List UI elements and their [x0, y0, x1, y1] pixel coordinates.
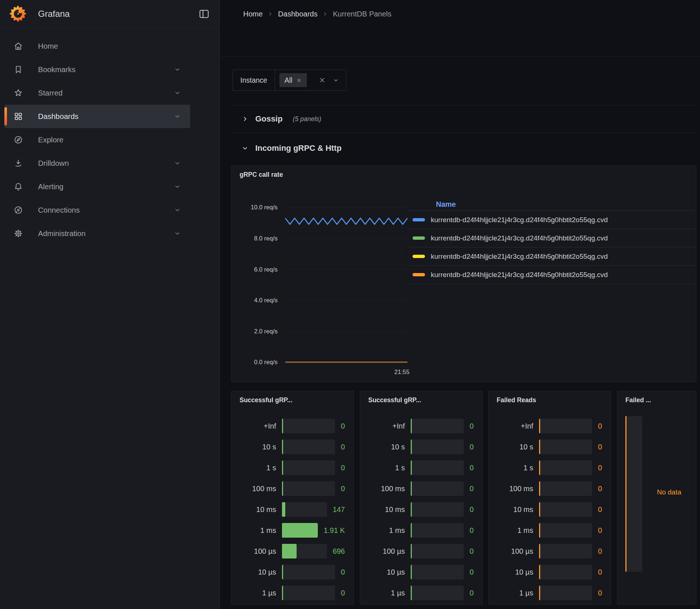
bucket-label: 100 µs [496, 547, 539, 556]
sidebar-item-bookmarks[interactable]: Bookmarks [4, 58, 190, 81]
instance-filter-value[interactable]: All [275, 70, 346, 90]
y-axis-tick: 10.0 req/s [234, 203, 278, 211]
gauge-value: 0 [470, 547, 474, 556]
panel-left-icon[interactable] [198, 8, 210, 20]
gauge-track [411, 481, 464, 496]
gauge-value: 696 [333, 547, 345, 556]
gauge-row-1µs: 1 µs0 [239, 586, 345, 600]
sidebar-item-dashboards[interactable]: Dashboards [4, 105, 190, 128]
gauge-zero-line [282, 586, 283, 600]
panel-title[interactable]: Failed ... [625, 396, 651, 404]
legend-item[interactable]: kurrentdb-d24f4hljjcle21j4r3cg.d24f4h5g0… [407, 210, 696, 229]
breadcrumb-item[interactable]: KurrentDB Panels [333, 10, 391, 18]
home-icon [13, 41, 23, 51]
no-data-label: No data [645, 488, 693, 496]
chevron-down-icon[interactable] [173, 229, 181, 238]
bucket-label: 10 ms [368, 505, 411, 514]
gauge-track [282, 419, 335, 433]
gauge-track [539, 565, 592, 579]
filter-tag-all[interactable]: All [279, 73, 307, 87]
gauge-zero-line [539, 523, 540, 538]
sidebar-item-label: Administration [38, 229, 86, 238]
sidebar-item-connections[interactable]: Connections [4, 198, 190, 222]
gauge-row-+Inf: +Inf0 [496, 419, 602, 433]
chevron-down-icon[interactable] [173, 66, 181, 74]
gauge-zero-line [282, 440, 283, 454]
legend-item[interactable]: kurrentdb-d24f4hljjcle21j4r3cg.d24f4h5g0… [407, 247, 696, 265]
clear-filter-icon[interactable] [319, 76, 326, 84]
gauge-track [411, 440, 464, 454]
bucket-label: 10 s [368, 443, 411, 451]
gauge-track [411, 586, 464, 600]
bucket-label: 100 µs [368, 547, 411, 556]
chevron-down-icon[interactable] [173, 159, 181, 167]
legend-item[interactable]: kurrentdb-d24f4hljjcle21j4r3cg.d24f4h5g0… [407, 229, 696, 247]
remove-tag-icon[interactable] [296, 78, 302, 83]
vertical-gauge-track [625, 416, 642, 572]
grafana-logo-icon[interactable] [10, 5, 26, 22]
legend-header-name[interactable]: Name [407, 198, 696, 210]
bucket-label: 1 s [496, 464, 539, 472]
grpc-call-rate-panel: gRPC call rate 21:55 Name kurrentdb-d24f… [231, 165, 696, 382]
bucket-label: 100 µs [239, 547, 282, 556]
breadcrumb-item[interactable]: Home [243, 10, 263, 18]
gauge-fill [282, 502, 285, 517]
filter-tag-label: All [285, 76, 293, 85]
bucket-label: 1 µs [496, 589, 539, 597]
gauge-row-10s: 10 s0 [368, 440, 474, 454]
gauge-value: 0 [598, 589, 602, 597]
legend-series-color-icon [413, 273, 425, 276]
gauge-track [282, 544, 327, 558]
chevron-down-icon[interactable] [173, 112, 181, 120]
sidebar-item-label: Explore [38, 135, 64, 144]
gauge-row-100µs: 100 µs0 [496, 544, 602, 558]
bucket-label: 10 ms [496, 505, 539, 514]
bucket-label: 10 µs [368, 568, 411, 576]
gauge-track [539, 481, 592, 496]
gauge-value: 0 [341, 485, 345, 493]
section-row-incoming-grpc-http[interactable]: Incoming gRPC & Http [231, 136, 696, 160]
gauge-value: 1.91 K [324, 526, 345, 535]
gauge-zero-line [411, 440, 412, 454]
horizontal-gridline [283, 300, 413, 300]
chevron-down-icon[interactable] [332, 77, 339, 84]
gauge-zero-line [282, 565, 283, 579]
gauge-zero-line [411, 544, 412, 558]
panel-title[interactable]: Successful gRP... [240, 396, 293, 404]
gauge-track [282, 523, 318, 538]
top-bar: HomeDashboardsKurrentDB Panels [220, 0, 700, 28]
section-row-gossip[interactable]: Gossip (5 panels) [231, 105, 696, 133]
gauge-row-1µs: 1 µs0 [368, 586, 474, 600]
sidebar-item-label: Alerting [38, 182, 64, 191]
gauge-track [539, 440, 592, 454]
bucket-label: 100 ms [368, 485, 411, 493]
sidebar-item-starred[interactable]: Starred [4, 81, 190, 105]
gauge-panel: Successful gRP...+Inf010 s01 s0100 ms010… [231, 391, 354, 605]
chevron-down-icon[interactable] [173, 183, 181, 191]
legend-item[interactable]: kurrentdb-d24f4hljjcle21j4r3cg.d24f4h5g0… [407, 265, 696, 284]
plug-icon [13, 205, 23, 215]
gauge-value: 0 [341, 464, 345, 472]
panel-title[interactable]: gRPC call rate [240, 171, 283, 179]
sidebar-item-home[interactable]: Home [4, 34, 190, 58]
gauge-value: 0 [470, 526, 474, 535]
y-axis-tick: 6.0 req/s [234, 265, 278, 273]
gauge-zero-line [411, 460, 412, 475]
sidebar-item-explore[interactable]: Explore [4, 128, 190, 152]
gauge-track [411, 502, 464, 517]
legend-series-name: kurrentdb-d24f4hljjcle21j4r3cg.d24f4h5g0… [431, 271, 608, 279]
sidebar-item-alerting[interactable]: Alerting [4, 175, 190, 198]
gauge-value: 0 [341, 443, 345, 451]
chevron-down-icon[interactable] [173, 89, 181, 97]
gauge-track [282, 565, 335, 579]
y-axis-tick: 8.0 req/s [234, 234, 278, 242]
panel-title[interactable]: Failed Reads [497, 396, 536, 404]
breadcrumb-item[interactable]: Dashboards [278, 10, 317, 18]
gauge-row-10µs: 10 µs0 [496, 565, 602, 579]
panel-title[interactable]: Successful gRP... [368, 396, 421, 404]
sidebar-item-administration[interactable]: Administration [4, 222, 190, 245]
legend-series-name: kurrentdb-d24f4hljjcle21j4r3cg.d24f4h5g0… [431, 253, 608, 261]
sidebar-item-drilldown[interactable]: Drilldown [4, 152, 190, 175]
gauge-zero-line [539, 586, 540, 600]
chevron-down-icon[interactable] [173, 206, 181, 214]
